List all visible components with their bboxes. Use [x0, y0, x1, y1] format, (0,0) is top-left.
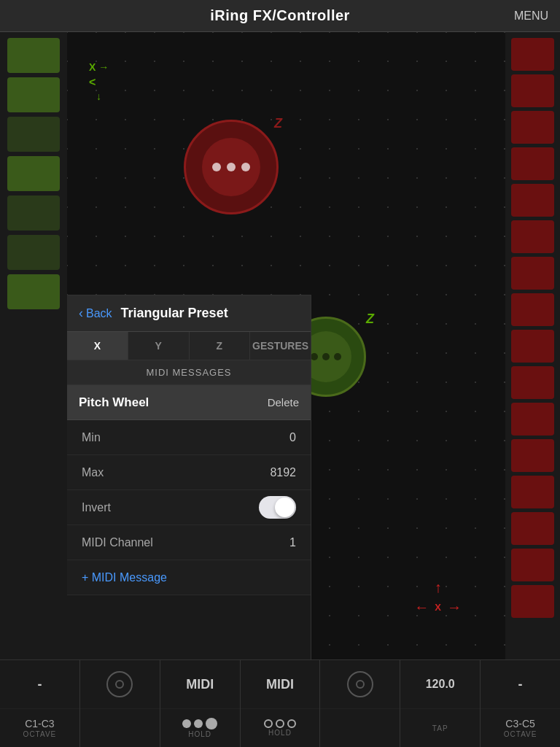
toolbar-top-circle-2[interactable] — [320, 660, 400, 709]
main-area: X → < ↓ Z Z — [0, 32, 560, 659]
min-row: Min 0 — [67, 420, 311, 455]
dot-2 — [227, 163, 236, 171]
max-value: 8192 — [270, 466, 296, 479]
x-label: X — [89, 61, 96, 73]
y-axis-arrow: ↓ — [96, 90, 109, 102]
toolbar-section-midi-1: MIDI HOLD — [160, 660, 241, 747]
red-ring-outer: Z — [184, 120, 279, 214]
right-arrow-icon: → — [98, 61, 109, 73]
midi-messages-header: MIDI MESSAGES — [67, 360, 311, 385]
axis-top-left: X → < ↓ — [89, 61, 109, 102]
panel-header: ‹ Back Triangular Preset — [67, 295, 311, 332]
app-header: iRing FX/Controller MENU — [0, 0, 560, 32]
right-btn-4[interactable] — [511, 147, 554, 180]
midi-label-1: MIDI — [186, 677, 214, 692]
midi-channel-label: MIDI Channel — [82, 536, 289, 549]
min-label: Min — [82, 431, 289, 444]
toolbar-top-midi-1[interactable]: MIDI — [160, 660, 240, 709]
toolbar-top-notes-1[interactable]: - — [0, 660, 79, 709]
tab-y[interactable]: Y — [128, 332, 190, 360]
right-btn-16[interactable] — [511, 585, 554, 618]
right-btn-6[interactable] — [511, 220, 554, 253]
tab-gestures[interactable]: GESTURES — [250, 332, 311, 360]
toolbar-bottom-circle-2 — [320, 709, 400, 747]
tab-z[interactable]: Z — [190, 332, 251, 360]
toolbar-section-circle-1 — [80, 660, 160, 747]
right-btn-3[interactable] — [511, 111, 554, 144]
toolbar-section-notes-2: - C3-C5 OCTAVE — [481, 660, 560, 747]
hold-dot-1c — [206, 718, 217, 729]
tab-x[interactable]: X — [67, 332, 128, 360]
app-title: iRing FX/Controller — [210, 7, 350, 24]
sidebar-btn-6[interactable] — [7, 235, 60, 270]
overlay-panel: ‹ Back Triangular Preset X Y Z GESTURES … — [67, 295, 311, 659]
add-midi-label: + MIDI Message — [82, 571, 167, 584]
circle-inner-2 — [356, 680, 365, 689]
invert-label: Invert — [82, 501, 259, 514]
pitch-wheel-item: Pitch Wheel Delete — [67, 385, 311, 420]
notes-minus-1: - — [37, 677, 42, 692]
sidebar-btn-7[interactable] — [7, 274, 60, 309]
max-row: Max 8192 — [67, 455, 311, 490]
up-arrow-icon: ↑ — [435, 579, 442, 596]
toolbar-bottom-octave-2: C3-C5 OCTAVE — [481, 709, 560, 747]
tap-label: TAP — [432, 724, 448, 732]
circle-icon-1 — [106, 671, 133, 697]
right-sidebar — [505, 32, 560, 659]
octave-label-1: OCTAVE — [23, 730, 57, 738]
menu-button[interactable]: MENU — [514, 9, 548, 23]
sidebar-btn-1[interactable] — [7, 38, 60, 73]
toolbar-top-tap[interactable]: 120.0 — [400, 660, 480, 709]
right-btn-13[interactable] — [511, 476, 554, 508]
less-than-icon: < — [89, 76, 109, 89]
toolbar-bottom-circle-1 — [80, 709, 160, 747]
hold-dots-1 — [182, 718, 217, 729]
toolbar-section-notes-1: - C1-C3 OCTAVE — [0, 660, 80, 747]
toolbar-top-circle-1[interactable] — [80, 660, 160, 709]
right-btn-15[interactable] — [511, 549, 554, 581]
hold-dot-2c — [287, 719, 296, 728]
sidebar-btn-2[interactable] — [7, 77, 60, 112]
toggle-knob — [275, 498, 295, 517]
invert-toggle[interactable] — [259, 496, 296, 519]
right-btn-11[interactable] — [511, 403, 554, 436]
right-btn-2[interactable] — [511, 74, 554, 107]
toolbar-top-midi-2[interactable]: MIDI — [241, 660, 320, 709]
panel-empty-space — [67, 595, 311, 659]
toolbar-top-notes-2[interactable]: - — [481, 660, 560, 709]
octave-range-2: C3-C5 — [505, 718, 534, 729]
hold-dot-1b — [194, 719, 203, 728]
toolbar-bottom-octave-1: C1-C3 OCTAVE — [0, 709, 79, 747]
sidebar-btn-4[interactable] — [7, 156, 60, 191]
axis-bottom-right: ↑ ← X → — [414, 579, 462, 616]
x-axis-label-br: X — [435, 602, 441, 613]
hold-label-2: HOLD — [268, 729, 292, 737]
toolbar-section-tap: 120.0 TAP — [400, 660, 481, 747]
back-button[interactable]: ‹ Back — [79, 306, 112, 321]
z-label-green: Z — [366, 311, 374, 327]
invert-toggle-container — [259, 496, 296, 519]
delete-button[interactable]: Delete — [268, 396, 299, 409]
right-btn-9[interactable] — [511, 330, 554, 363]
max-label: Max — [82, 466, 270, 479]
green-dot-1 — [311, 353, 318, 360]
midi-label-2: MIDI — [266, 677, 294, 692]
left-sidebar — [0, 32, 67, 659]
right-btn-7[interactable] — [511, 257, 554, 290]
sidebar-btn-5[interactable] — [7, 196, 60, 231]
toolbar-bottom-tap: TAP — [400, 709, 480, 747]
right-btn-1[interactable] — [511, 38, 554, 71]
add-midi-row[interactable]: + MIDI Message — [67, 560, 311, 595]
right-btn-12[interactable] — [511, 439, 554, 472]
back-label: Back — [86, 307, 112, 320]
toolbar-bottom-midi-hold-2: HOLD — [241, 709, 320, 747]
right-btn-10[interactable] — [511, 366, 554, 399]
dot-1 — [212, 163, 221, 171]
hold-dots-2 — [264, 719, 296, 728]
sidebar-btn-3[interactable] — [7, 117, 60, 152]
right-btn-8[interactable] — [511, 293, 554, 326]
right-btn-14[interactable] — [511, 512, 554, 545]
left-arrow-icon: ← — [414, 599, 429, 616]
right-btn-5[interactable] — [511, 184, 554, 217]
red-ring-controller[interactable]: Z — [184, 120, 279, 214]
